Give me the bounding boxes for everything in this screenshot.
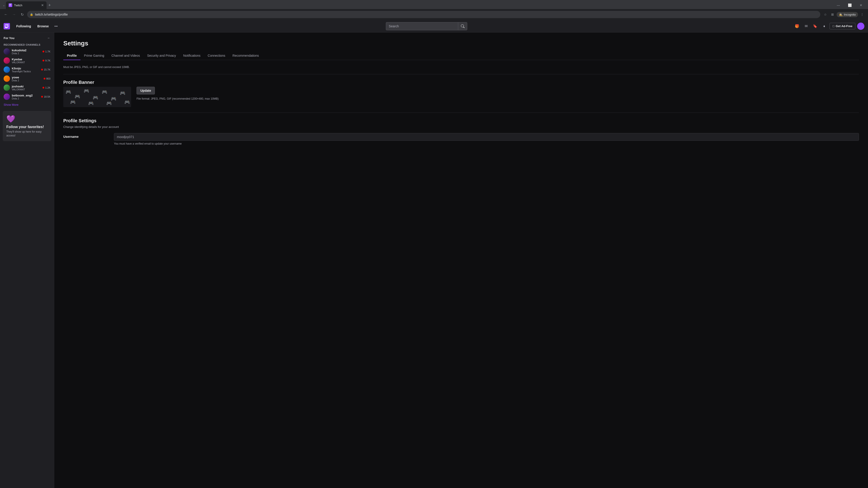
banner-area: 🎮 🎮 🎮 🎮 🎮 🎮 🎮 🎮 🎮 🎮 🎮	[63, 87, 859, 107]
svg-text:🎮: 🎮	[124, 99, 130, 105]
lock-icon: 🔒	[30, 13, 33, 16]
svg-rect-1	[11, 4, 11, 5]
refresh-button[interactable]: ↻	[19, 11, 25, 18]
tab-security-privacy[interactable]: Security and Privacy	[144, 52, 180, 60]
promo-title: Follow your favorites!	[6, 125, 48, 129]
search-input-wrap[interactable]	[386, 22, 467, 30]
channel-name: betboom_eng2	[12, 94, 39, 97]
username-row: Username You must have a verified email …	[63, 133, 859, 145]
tab-close-button[interactable]: ✕	[41, 3, 44, 7]
channel-name: yowe	[12, 76, 42, 79]
page-title: Settings	[63, 40, 859, 47]
tab-profile[interactable]: Profile	[63, 52, 81, 60]
channel-game: Dota 2	[12, 52, 41, 55]
extensions-icon[interactable]: ⊞	[829, 11, 836, 18]
sidebar: For You ← RECOMMENDED CHANNELS kukudota2…	[0, 33, 54, 488]
banner-format-hint: File format: JPEG, PNG, GIF (recommended…	[136, 97, 219, 100]
bookmark-icon[interactable]: ☆	[822, 11, 829, 18]
browser-menu-button[interactable]: ⋮	[859, 11, 865, 18]
channel-item[interactable]: k3soju Teamfight Tactics 15.7K	[0, 65, 54, 74]
tab-connections[interactable]: Connections	[204, 52, 229, 60]
incognito-icon: 🕵	[839, 13, 842, 16]
live-dot	[41, 69, 43, 70]
svg-text:🎮: 🎮	[102, 89, 107, 95]
channel-item[interactable]: yowe Dota 2 803	[0, 74, 54, 83]
window-minimize-button[interactable]: —	[833, 1, 844, 9]
viewer-count: 1.2K	[45, 86, 51, 89]
profile-banner-title: Profile Banner	[63, 80, 859, 85]
file-restriction-note: Must be JPEG, PNG, or GIF and cannot exc…	[63, 66, 859, 69]
viewer-count: 9.7K	[45, 59, 51, 62]
live-dot	[42, 51, 44, 53]
svg-text:🎮: 🎮	[106, 101, 112, 106]
tab-prime-gaming[interactable]: Prime Gaming	[81, 52, 108, 60]
window-close-button[interactable]: ✕	[856, 1, 866, 9]
svg-text:🎮: 🎮	[84, 88, 89, 94]
search-button[interactable]	[458, 22, 467, 30]
channel-name: kukudota2	[12, 48, 41, 52]
username-label: Username	[63, 133, 108, 138]
channel-game: VALORANT	[12, 61, 41, 64]
tab-recommendations[interactable]: Recommendations	[229, 52, 263, 60]
profile-settings-title: Profile Settings	[63, 118, 859, 123]
channel-game: VALORANT	[12, 88, 41, 91]
channel-item[interactable]: betboom_eng2 Dota 2 18.5K	[0, 92, 54, 101]
channel-item[interactable]: kukudota2 Dota 2 1.7K	[0, 47, 54, 56]
url-text: twitch.tv/settings/profile	[35, 13, 817, 16]
avatar	[4, 48, 10, 55]
profile-settings-desc: Change identifying details for your acco…	[63, 125, 859, 129]
live-dot	[43, 78, 45, 79]
window-maximize-button[interactable]: ⬜	[844, 1, 855, 9]
crown-icon[interactable]: ♦	[820, 23, 828, 30]
address-bar[interactable]: 🔒 twitch.tv/settings/profile	[27, 11, 820, 18]
tab-notifications[interactable]: Notifications	[180, 52, 204, 60]
search-input[interactable]	[386, 24, 458, 28]
prime-icon[interactable]: 🎁	[794, 23, 801, 30]
tab-nav-button[interactable]: ⌄	[2, 3, 6, 8]
svg-text:🎮: 🎮	[70, 99, 76, 105]
back-button[interactable]: ←	[3, 11, 9, 18]
banner-preview: 🎮 🎮 🎮 🎮 🎮 🎮 🎮 🎮 🎮 🎮 🎮	[63, 87, 131, 107]
notifications-icon[interactable]: 🔖	[811, 23, 819, 30]
banner-pattern: 🎮 🎮 🎮 🎮 🎮 🎮 🎮 🎮 🎮 🎮 🎮	[63, 87, 131, 107]
twitch-logo[interactable]	[4, 23, 10, 29]
forward-button[interactable]: →	[11, 11, 17, 18]
main-content: Settings Profile Prime Gaming Channel an…	[54, 33, 868, 488]
browser-tab[interactable]: Twitch ✕	[6, 1, 46, 9]
promo-description: They'll show up here for easy access!	[6, 130, 48, 138]
browse-nav-item[interactable]: Browse	[35, 23, 52, 29]
following-nav-item[interactable]: Following	[13, 23, 34, 29]
channel-item[interactable]: joshseki VALORANT 1.2K	[0, 83, 54, 92]
svg-text:🎮: 🎮	[120, 90, 125, 96]
svg-text:🎮: 🎮	[66, 89, 71, 95]
mail-icon[interactable]: ✉	[802, 23, 810, 30]
show-more-button[interactable]: Show More	[0, 101, 54, 108]
incognito-button[interactable]: 🕵 Incognito	[837, 12, 858, 17]
avatar	[4, 75, 10, 82]
live-dot	[41, 96, 43, 98]
sidebar-collapse-button[interactable]: ←	[47, 36, 51, 40]
viewer-count: 18.5K	[44, 95, 51, 98]
update-button[interactable]: Update	[136, 87, 155, 94]
sidebar-title: For You	[4, 36, 14, 40]
tab-channel-videos[interactable]: Channel and Videos	[108, 52, 144, 60]
channel-game: Dota 2	[12, 79, 42, 82]
username-hint: You must have a verified email to update…	[114, 142, 859, 145]
section-divider	[63, 74, 859, 74]
svg-text:🎮: 🎮	[93, 95, 98, 100]
channel-item[interactable]: Kyedae VALORANT 9.7K	[0, 56, 54, 65]
more-nav-button[interactable]: •••	[53, 23, 60, 30]
tab-favicon	[8, 3, 12, 7]
tab-title: Twitch	[14, 4, 39, 7]
get-ad-free-button[interactable]: □ Get Ad-Free	[830, 23, 855, 29]
username-input[interactable]	[114, 133, 859, 141]
svg-rect-0	[10, 4, 10, 5]
avatar	[4, 57, 10, 64]
ad-free-icon: □	[833, 24, 834, 28]
promo-heart-icon: 💜	[6, 115, 48, 123]
user-avatar[interactable]	[857, 23, 864, 30]
banner-update-section: Update File format: JPEG, PNG, GIF (reco…	[136, 87, 219, 100]
channel-name: joshseki	[12, 85, 41, 88]
svg-text:🎮: 🎮	[74, 94, 80, 99]
new-tab-button[interactable]: +	[46, 2, 53, 8]
